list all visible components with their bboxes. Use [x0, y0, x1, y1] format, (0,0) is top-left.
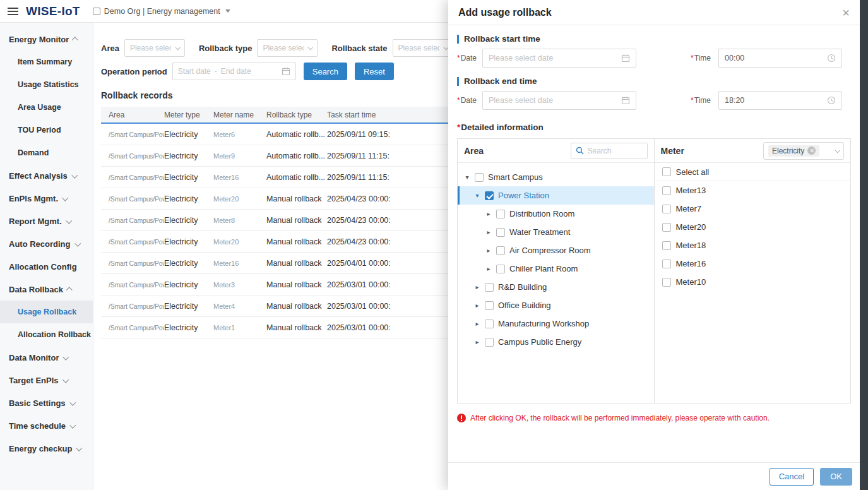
- caret-down-icon[interactable]: ▾: [474, 192, 480, 199]
- checkbox[interactable]: [662, 260, 671, 268]
- tree-node-water-treatment[interactable]: ▸Water Treatment: [458, 223, 654, 241]
- sidebar-item-usage-rollback[interactable]: Usage Rollback: [0, 301, 93, 323]
- checkbox[interactable]: [662, 167, 671, 176]
- meter-item-meter7[interactable]: Meter7: [655, 200, 851, 218]
- chevron-down-icon: [308, 45, 313, 50]
- sidebar-item-energy-monitor[interactable]: Energy Monitor: [0, 28, 93, 51]
- required-marker: *: [691, 54, 694, 63]
- meter-item-meter13[interactable]: Meter13: [655, 181, 851, 200]
- org-selector[interactable]: Demo Org | Energy management: [93, 7, 230, 16]
- sidebar-item-time-schedule[interactable]: Time schedule: [0, 414, 93, 437]
- sidebar-item-demand[interactable]: Demand: [0, 141, 93, 164]
- sidebar-item-tou-period[interactable]: TOU Period: [0, 119, 93, 141]
- checkbox[interactable]: [662, 223, 671, 232]
- start-time-field[interactable]: [725, 54, 827, 63]
- search-button[interactable]: Search: [304, 63, 347, 80]
- sidebar-item-allocation-config[interactable]: Allocation Config: [0, 255, 93, 278]
- sidebar-item-allocation-rollback[interactable]: Allocation Rollback: [0, 323, 93, 346]
- operation-period-input[interactable]: Start date - End date: [172, 63, 296, 80]
- sidebar-item-report-mgmt[interactable]: Report Mgmt.: [0, 210, 93, 232]
- start-time-label: *Time: [691, 54, 718, 63]
- checkbox[interactable]: [496, 210, 505, 218]
- caret-right-icon[interactable]: ▸: [485, 265, 492, 272]
- sidebar-item-data-monitor[interactable]: Data Monitor: [0, 346, 93, 369]
- rollback-state-filter-select[interactable]: Please select: [393, 39, 453, 57]
- cell-meter-name: Meter3: [213, 281, 266, 289]
- sidebar-item-energy-checkup[interactable]: Energy checkup: [0, 437, 93, 460]
- caret-right-icon[interactable]: ▸: [474, 284, 480, 290]
- meter-item-select-all[interactable]: Select all: [655, 163, 851, 181]
- checkbox[interactable]: [475, 173, 484, 182]
- tree-node-manufacturing-workshop[interactable]: ▸Manufacturing Workshop: [458, 314, 654, 333]
- tree-node-r-d-building[interactable]: ▸R&D Building: [458, 278, 654, 296]
- cell-rollback-type: Automatic rollb...: [266, 173, 327, 182]
- remove-tag-icon[interactable]: [807, 146, 816, 155]
- rollback-type-filter-select[interactable]: Please select: [257, 39, 318, 57]
- caret-down-icon[interactable]: ▾: [464, 174, 470, 181]
- caret-right-icon[interactable]: ▸: [474, 320, 480, 327]
- sidebar-item-auto-recording[interactable]: Auto Recording: [0, 232, 93, 255]
- checkbox[interactable]: [496, 228, 505, 237]
- add-usage-rollback-drawer: Add usage rollback × Rollback start time…: [448, 0, 860, 490]
- cell-task-start-time: 2025/04/23 00:00:: [327, 237, 453, 246]
- sidebar-item-enpls-mgmt[interactable]: EnPls Mgmt.: [0, 187, 93, 210]
- caret-right-icon[interactable]: ▸: [474, 302, 480, 309]
- caret-right-icon[interactable]: ▸: [485, 247, 492, 254]
- sidebar-item-target-enpls[interactable]: Target EnPls: [0, 369, 93, 391]
- ok-button[interactable]: OK: [820, 468, 852, 486]
- start-date-field[interactable]: [489, 54, 621, 63]
- chevron-down-icon: [74, 240, 81, 246]
- meter-item-meter18[interactable]: Meter18: [655, 236, 851, 254]
- menu-icon[interactable]: [8, 8, 18, 15]
- caret-right-icon[interactable]: ▸: [485, 210, 492, 217]
- tree-node-chiller-plant-room[interactable]: ▸Chiller Plant Room: [458, 260, 654, 278]
- tree-node-campus-public-energy[interactable]: ▸Campus Public Energy: [458, 333, 654, 351]
- checkbox[interactable]: [485, 283, 494, 292]
- meter-item-meter16[interactable]: Meter16: [655, 254, 851, 273]
- reset-button[interactable]: Reset: [355, 63, 394, 80]
- checkbox[interactable]: [496, 265, 505, 273]
- checkbox[interactable]: [662, 186, 671, 195]
- tree-node-label: Smart Campus: [488, 172, 543, 182]
- sidebar-item-data-rollback[interactable]: Data Rollback: [0, 278, 93, 301]
- end-date-field[interactable]: [489, 96, 621, 105]
- cell-task-start-time: 2025/03/01 00:00:: [327, 280, 453, 289]
- sidebar-item-effect-analysis[interactable]: Effect Analysis: [0, 164, 93, 187]
- tree-node-distribution-room[interactable]: ▸Distribution Room: [458, 205, 654, 223]
- caret-right-icon[interactable]: ▸: [474, 338, 480, 345]
- start-time-input[interactable]: [718, 49, 842, 68]
- checkbox[interactable]: [485, 301, 494, 310]
- tree-node-power-station[interactable]: ▾Power Station: [458, 186, 654, 205]
- checkbox[interactable]: [485, 338, 494, 347]
- checkbox[interactable]: [662, 278, 671, 287]
- meter-item-meter10[interactable]: Meter10: [655, 273, 851, 291]
- cell-area: /Smart Campus/Pow ⋯: [101, 302, 164, 310]
- checkbox[interactable]: [485, 320, 494, 328]
- close-icon[interactable]: ×: [842, 6, 850, 19]
- checkbox[interactable]: [485, 191, 494, 200]
- checkbox[interactable]: [496, 246, 505, 255]
- checkbox[interactable]: [662, 205, 671, 213]
- tree-node-smart-campus[interactable]: ▾Smart Campus: [458, 168, 654, 186]
- checkbox[interactable]: [662, 241, 671, 250]
- meter-item-meter20[interactable]: Meter20: [655, 218, 851, 236]
- start-date-input[interactable]: [482, 49, 636, 68]
- cancel-button[interactable]: Cancel: [770, 468, 814, 486]
- caret-right-icon[interactable]: ▸: [485, 229, 492, 236]
- tree-node-office-building[interactable]: ▸Office Building: [458, 296, 654, 314]
- sidebar-item-usage-statistics[interactable]: Usage Statistics: [0, 73, 93, 96]
- tree-node-air-compressor-room[interactable]: ▸Air Compressor Room: [458, 241, 654, 260]
- area-pane: Area ▾Smart Campus▾Power Station▸Distrib…: [458, 139, 654, 403]
- end-time-input[interactable]: [718, 91, 842, 110]
- sidebar-item-basic-settings[interactable]: Basic Settings: [0, 391, 93, 414]
- area-search-input[interactable]: [588, 146, 637, 155]
- sidebar-item-item-summary[interactable]: Item Summary: [0, 51, 93, 73]
- start-time-field-row: *Date *Time: [448, 49, 860, 68]
- end-time-field[interactable]: [725, 96, 827, 105]
- area-search[interactable]: [571, 143, 648, 159]
- end-date-input[interactable]: [482, 91, 636, 110]
- sidebar-item-area-usage[interactable]: Area Usage: [0, 96, 93, 119]
- meter-type-select[interactable]: Electricity: [763, 142, 844, 160]
- area-filter-select[interactable]: Please select: [124, 39, 185, 57]
- cell-meter-name: Meter20: [213, 238, 266, 246]
